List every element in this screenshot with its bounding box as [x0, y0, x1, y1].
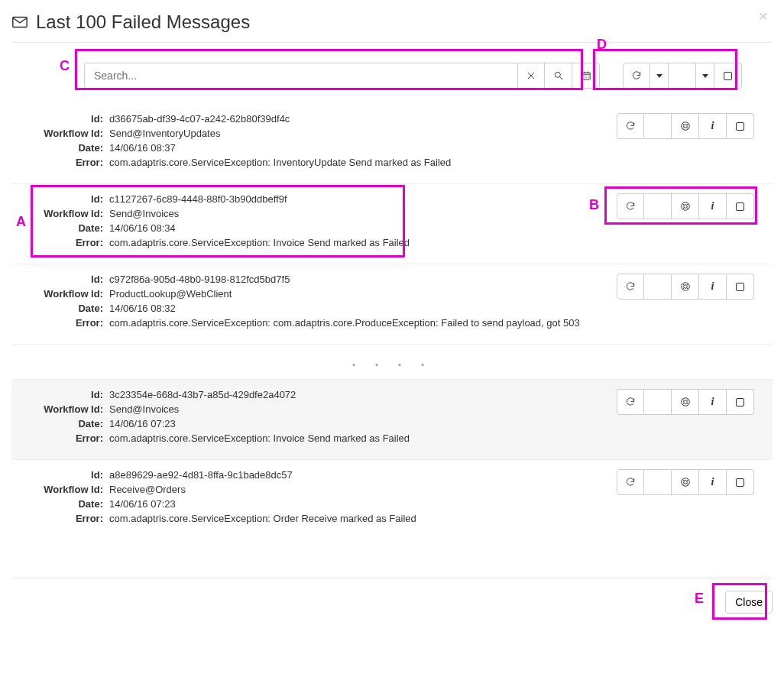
brush-icon — [653, 201, 663, 212]
message-item: i Id:d36675ab-df39-4c07-a242-62b80f39df4… — [11, 104, 773, 183]
svg-point-4 — [683, 125, 687, 128]
message-actions: i — [617, 389, 754, 415]
brush-icon — [653, 397, 663, 407]
search-input[interactable] — [84, 63, 517, 89]
label-workflow: Workflow Id: — [11, 128, 109, 139]
delete-button[interactable] — [644, 274, 672, 300]
lifering-icon — [680, 121, 691, 131]
message-item: i Id:c972f86a-905d-48b0-9198-812fcd5bd7f… — [11, 264, 773, 344]
info-icon: i — [711, 476, 714, 488]
brush-icon — [653, 477, 663, 488]
close-button[interactable]: Close — [725, 591, 773, 614]
view-button[interactable] — [672, 389, 699, 415]
value-date: 14/06/16 08:34 — [109, 222, 176, 234]
brush-icon — [653, 121, 663, 131]
label-date: Date: — [11, 303, 109, 314]
label-date: Date: — [11, 498, 109, 510]
info-button[interactable]: i — [699, 113, 727, 139]
select-button[interactable] — [727, 193, 754, 219]
message-actions: i — [617, 193, 754, 219]
refresh-icon — [625, 281, 636, 292]
toolbar — [11, 63, 773, 89]
retry-button[interactable] — [617, 389, 644, 415]
message-item: i Id:a8e89629-ae92-4d81-8ffa-9c1bade8dc5… — [11, 459, 773, 539]
refresh-icon — [625, 397, 636, 407]
value-error: com.adaptris.core.ServiceException: com.… — [109, 317, 580, 329]
value-error: com.adaptris.core.ServiceException: Inve… — [109, 157, 451, 168]
checkbox-icon — [736, 478, 744, 487]
delete-all-button[interactable] — [669, 63, 696, 89]
view-button[interactable] — [672, 113, 699, 139]
checkbox-icon — [736, 202, 744, 211]
delete-button[interactable] — [644, 193, 672, 219]
label-id: Id: — [11, 193, 109, 205]
svg-point-8 — [683, 285, 687, 289]
view-button[interactable] — [672, 274, 699, 300]
refresh-icon — [625, 121, 636, 131]
search-group — [84, 63, 600, 89]
value-id: c1127267-6c89-4448-88f0-3b90ddbeff9f — [109, 193, 287, 205]
retry-button[interactable] — [617, 113, 644, 139]
select-button[interactable] — [727, 274, 754, 300]
message-list: i Id:d36675ab-df39-4c07-a242-62b80f39df4… — [11, 104, 773, 539]
retry-button[interactable] — [617, 274, 644, 300]
value-date: 14/06/16 07:23 — [109, 418, 176, 429]
label-workflow: Workflow Id: — [11, 484, 109, 495]
message-actions: i — [617, 469, 754, 495]
retry-button[interactable] — [617, 193, 644, 219]
info-button[interactable]: i — [699, 193, 727, 219]
delete-button[interactable] — [644, 113, 672, 139]
info-icon: i — [711, 120, 714, 132]
brush-icon — [653, 281, 663, 292]
modal-title: Last 100 Failed Messages — [36, 11, 250, 33]
info-button[interactable]: i — [699, 389, 727, 415]
select-button[interactable] — [727, 113, 754, 139]
ellipsis-row: . . . . — [11, 344, 773, 379]
delete-button[interactable] — [644, 389, 672, 415]
select-button[interactable] — [727, 469, 754, 495]
value-workflow: Send@InventoryUpdates — [109, 128, 220, 139]
info-icon: i — [711, 200, 714, 212]
value-error: com.adaptris.core.ServiceException: Invo… — [109, 237, 410, 248]
view-button[interactable] — [672, 193, 699, 219]
info-button[interactable]: i — [699, 469, 727, 495]
search-icon — [553, 70, 564, 81]
bulk-actions — [623, 63, 742, 89]
info-button[interactable]: i — [699, 274, 727, 300]
info-icon: i — [711, 396, 714, 408]
value-id: c972f86a-905d-48b0-9198-812fcd5bd7f5 — [109, 274, 290, 285]
label-id: Id: — [11, 274, 109, 285]
modal-header: Last 100 Failed Messages — [11, 11, 773, 43]
view-button[interactable] — [672, 469, 699, 495]
value-id: 3c23354e-668d-43b7-a85d-429dfe2a4072 — [109, 389, 296, 400]
retry-all-button[interactable] — [623, 63, 650, 89]
message-actions: i — [617, 274, 754, 300]
modal-close-x[interactable]: × — [754, 6, 773, 26]
delete-button[interactable] — [644, 469, 672, 495]
search-button[interactable] — [545, 63, 572, 89]
retry-dropdown-button[interactable] — [650, 63, 669, 89]
annotation-d: D — [597, 37, 607, 53]
retry-button[interactable] — [617, 469, 644, 495]
label-error: Error: — [11, 513, 109, 524]
date-filter-button[interactable] — [572, 63, 600, 89]
checkbox-icon — [736, 122, 744, 131]
brush-icon — [677, 70, 688, 81]
annotation-a: A — [16, 214, 26, 230]
value-error: com.adaptris.core.ServiceException: Orde… — [109, 513, 416, 524]
lifering-icon — [680, 281, 691, 292]
label-workflow: Workflow Id: — [11, 208, 109, 219]
label-date: Date: — [11, 418, 109, 429]
label-id: Id: — [11, 113, 109, 125]
x-icon — [526, 70, 536, 81]
label-error: Error: — [11, 432, 109, 444]
message-actions: i — [617, 113, 754, 139]
label-id: Id: — [11, 469, 109, 481]
select-button[interactable] — [727, 389, 754, 415]
checkbox-icon — [736, 398, 744, 407]
value-workflow: Receive@Orders — [109, 484, 186, 495]
clear-search-button[interactable] — [517, 63, 545, 89]
value-workflow: Send@Invoices — [109, 208, 179, 219]
delete-dropdown-button[interactable] — [696, 63, 714, 89]
select-all-button[interactable] — [714, 63, 742, 89]
